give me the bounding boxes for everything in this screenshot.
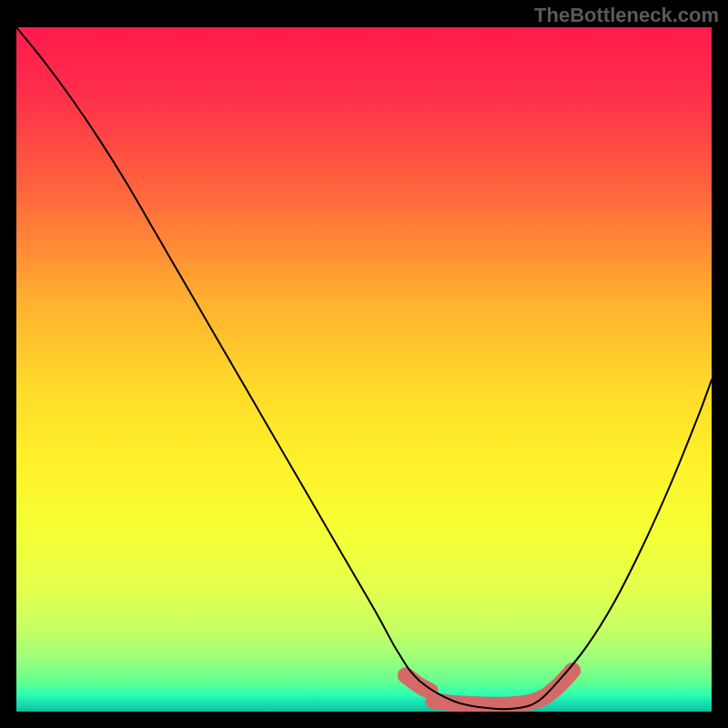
plot-area	[16, 27, 712, 712]
highlight-band	[406, 671, 572, 705]
bottleneck-curve	[16, 27, 712, 709]
highlight-segment	[406, 675, 430, 691]
attribution-text: TheBottleneck.com	[534, 4, 719, 27]
chart-overlay	[16, 27, 712, 712]
